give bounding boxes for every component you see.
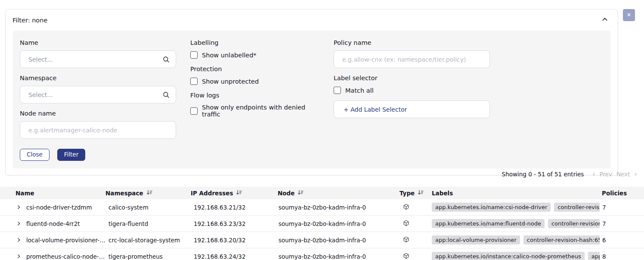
filter-form-col-1: Name Namespace Node name xyxy=(20,39,176,145)
close-icon: ✕ xyxy=(627,12,632,18)
labelling-section-label: Labelling xyxy=(190,39,319,46)
table-row: fluentd-node-4rr2t tigera-fluentd 192.16… xyxy=(0,216,644,232)
show-unprotected-label[interactable]: Show unprotected xyxy=(202,78,259,85)
label-badge: controller-revision-hash:65… xyxy=(523,235,600,244)
policy-name-input[interactable] xyxy=(334,50,490,68)
table-row: prometheus-calico-node-… tigera-promethe… xyxy=(0,248,644,260)
endpoint-ip: 192.168.63.24/32 xyxy=(191,253,278,260)
name-field-group: Name xyxy=(20,39,176,68)
match-all-checkbox[interactable] xyxy=(334,87,341,94)
column-header-ip-addresses[interactable]: IP Addresses xyxy=(191,190,278,197)
endpoints-table: Name Namespace IP Addresses Node Type xyxy=(0,187,644,260)
filter-panel-header: Filter: none xyxy=(12,15,611,25)
filter-form: Name Namespace Node name xyxy=(12,31,611,169)
endpoint-policies-count: 6 xyxy=(600,237,644,244)
endpoint-node: soumya-bz-0zbo-kadm-infra-0 xyxy=(278,253,399,260)
endpoint-policies-count: 7 xyxy=(600,220,644,227)
show-unlabelled-checkbox[interactable] xyxy=(190,51,198,59)
endpoint-name: prometheus-calico-node-… xyxy=(26,253,105,260)
endpoint-namespace: tigera-prometheus xyxy=(105,253,191,260)
collapse-panel-button[interactable] xyxy=(599,15,611,25)
next-page-button[interactable]: Next xyxy=(616,171,630,178)
pod-type-icon xyxy=(403,204,409,211)
filter-panel: Filter: none Name Namespace xyxy=(5,9,618,175)
label-badge: app.… xyxy=(588,252,600,260)
table-header: Name Namespace IP Addresses Node Type xyxy=(0,187,644,199)
namespace-select-input[interactable] xyxy=(20,86,176,103)
pagination-bar: Showing 0 - 51 of 51 entries ‹ Prev Next… xyxy=(502,171,637,178)
denied-traffic-checkbox[interactable] xyxy=(190,107,198,115)
pod-type-icon xyxy=(403,236,409,244)
endpoint-name: csi-node-driver-tzdmm xyxy=(26,204,92,211)
filter-form-col-2: Labelling Show unlabelled* Protection Sh… xyxy=(190,39,319,125)
show-unprotected-checkbox[interactable] xyxy=(190,78,198,85)
add-label-selector-button[interactable]: + Add Label Selector xyxy=(334,100,490,118)
filter-panel-title: Filter: none xyxy=(12,17,47,24)
name-field-label: Name xyxy=(20,39,176,46)
search-icon xyxy=(162,56,170,63)
node-name-field-group: Node name xyxy=(20,110,176,139)
label-badge: controller-revisi… xyxy=(554,203,600,212)
namespace-field-label: Namespace xyxy=(20,75,176,81)
label-selector-label: Label selector xyxy=(334,75,490,81)
endpoint-policies-count: 7 xyxy=(600,204,644,211)
policy-name-field-label: Policy name xyxy=(334,39,490,46)
protection-section: Protection Show unprotected xyxy=(190,66,319,85)
endpoint-name: local-volume-provisioner-… xyxy=(26,237,105,244)
entries-summary: Showing 0 - 51 of 51 entries xyxy=(502,171,584,178)
sort-icon[interactable] xyxy=(418,190,424,197)
endpoint-policies-count: 8 xyxy=(600,253,644,260)
endpoint-name: fluentd-node-4rr2t xyxy=(26,220,80,227)
next-arrow-icon[interactable]: › xyxy=(635,171,637,178)
endpoint-namespace: calico-system xyxy=(105,204,191,211)
close-button[interactable]: Close xyxy=(20,149,50,161)
denied-traffic-label[interactable]: Show only endpoints with denied traffic xyxy=(202,104,319,118)
sort-icon[interactable] xyxy=(146,190,152,197)
flow-logs-section-label: Flow logs xyxy=(190,92,319,99)
filter-button[interactable]: Filter xyxy=(57,149,85,161)
node-name-field-label: Node name xyxy=(20,110,176,117)
endpoint-ip: 192.168.63.21/32 xyxy=(191,204,278,211)
expand-row-chevron-icon[interactable] xyxy=(16,221,21,226)
label-badge: app.kubernetes.io/name:csi-node-driver xyxy=(432,203,551,212)
match-all-label[interactable]: Match all xyxy=(345,87,374,94)
filter-form-buttons: Close Filter xyxy=(20,149,490,161)
label-badge: app.kubernetes.io/instance:calico-node-p… xyxy=(432,252,585,260)
label-badge: app:local-volume-provisioner xyxy=(432,235,520,244)
dialog-close-button[interactable]: ✕ xyxy=(623,9,635,21)
sort-icon[interactable] xyxy=(297,190,303,197)
label-selector-group: Label selector Match all + Add Label Sel… xyxy=(334,75,490,118)
node-name-input[interactable] xyxy=(20,121,176,139)
expand-row-chevron-icon[interactable] xyxy=(16,254,21,259)
prev-page-button[interactable]: Prev xyxy=(600,171,612,178)
name-select-input[interactable] xyxy=(20,50,176,68)
column-header-node[interactable]: Node xyxy=(278,190,399,197)
expand-row-chevron-icon[interactable] xyxy=(16,205,21,210)
namespace-field-group: Namespace xyxy=(20,75,176,103)
labelling-section: Labelling Show unlabelled* xyxy=(190,39,319,59)
protection-section-label: Protection xyxy=(190,66,319,72)
table-row: csi-node-driver-tzdmm calico-system 192.… xyxy=(0,199,644,216)
search-icon xyxy=(162,91,170,99)
column-header-namespace[interactable]: Namespace xyxy=(105,190,191,197)
show-unlabelled-label[interactable]: Show unlabelled* xyxy=(202,52,257,59)
label-badge: controller-revision-… xyxy=(548,219,600,228)
flow-logs-section: Flow logs Show only endpoints with denie… xyxy=(190,92,319,118)
expand-row-chevron-icon[interactable] xyxy=(16,238,21,242)
endpoint-namespace: tigera-fluentd xyxy=(105,220,191,227)
sort-icon[interactable] xyxy=(236,190,242,197)
column-header-labels: Labels xyxy=(432,190,600,197)
column-header-policies: Policies xyxy=(600,190,644,197)
label-badge: app.kubernetes.io/name:fluentd-node xyxy=(432,219,545,228)
endpoint-ip: 192.168.63.20/32 xyxy=(191,237,278,244)
policy-name-field-group: Policy name xyxy=(334,39,490,68)
endpoint-node: soumya-bz-0zbo-kadm-infra-0 xyxy=(278,204,399,211)
endpoint-node: soumya-bz-0zbo-kadm-infra-0 xyxy=(278,220,399,227)
column-header-type[interactable]: Type xyxy=(399,190,432,197)
table-row: local-volume-provisioner-… crc-local-sto… xyxy=(0,232,644,248)
chevron-up-icon xyxy=(601,16,608,24)
endpoint-ip: 192.168.63.23/32 xyxy=(191,220,278,227)
prev-arrow-icon[interactable]: ‹ xyxy=(592,171,595,178)
endpoint-namespace: crc-local-storage-system xyxy=(105,237,191,244)
filter-form-col-3: Policy name Label selector Match all + A… xyxy=(334,39,490,118)
